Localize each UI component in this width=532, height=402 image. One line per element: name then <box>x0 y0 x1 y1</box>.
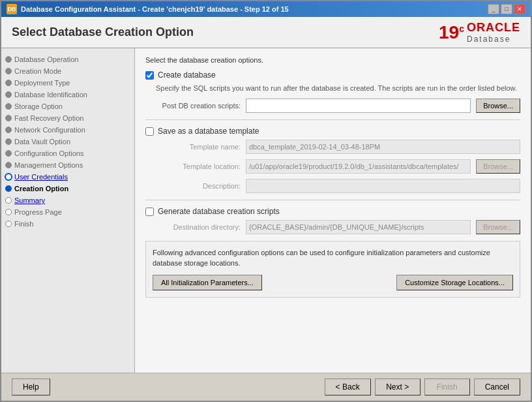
advanced-section: Following advanced configuration options… <box>145 241 520 298</box>
window-controls: _ □ ✕ <box>488 4 525 14</box>
sidebar-item-database-identification: Database Identification <box>1 89 134 100</box>
oracle-name: ORACLE <box>467 21 520 35</box>
page-title: Select Database Creation Option <box>12 25 194 39</box>
next-button[interactable]: Next > <box>375 379 421 395</box>
dest-dir-input <box>246 220 471 234</box>
script-description: Specify the SQL scripts you want to run … <box>156 84 520 93</box>
step-dot-5 <box>5 103 12 110</box>
sidebar-item-creation-mode: Creation Mode <box>1 65 134 77</box>
header-bar: Select Database Creation Option 19c ORAC… <box>1 17 531 48</box>
description-row: Description: <box>156 179 520 193</box>
init-params-button[interactable]: All Initialization Parameters... <box>153 275 262 290</box>
description-label: Description: <box>156 182 241 190</box>
sidebar-item-finish: Finish <box>1 218 134 230</box>
oracle-version: 19c <box>439 23 464 42</box>
sidebar-item-storage-option: Storage Option <box>1 100 134 112</box>
footer-right: < Back Next > Finish Cancel <box>325 379 520 395</box>
footer: Help < Back Next > Finish Cancel <box>1 373 531 401</box>
browse-dest-button: Browse... <box>476 220 520 234</box>
oracle-logo: 19c ORACLE Database <box>439 21 520 44</box>
title-bar-left: DB Database Configuration Assistant - Cr… <box>7 4 289 14</box>
step-dot-3 <box>5 80 12 86</box>
post-db-input[interactable] <box>246 99 471 113</box>
sidebar-item-deployment-type: Deployment Type <box>1 77 134 89</box>
divider-1 <box>145 119 520 120</box>
step-dot-12 <box>5 185 12 192</box>
step-dot-1 <box>5 56 12 63</box>
sidebar: Database Operation Creation Mode Deploym… <box>1 48 135 373</box>
sidebar-item-database-operation: Database Operation <box>1 54 134 65</box>
template-location-label: Template location: <box>156 162 241 170</box>
save-template-label: Save as a database template <box>158 127 259 136</box>
gen-scripts-label: Generate database creation scripts <box>158 207 280 216</box>
sidebar-item-creation-option[interactable]: Creation Option <box>1 183 134 194</box>
template-fields: Template name: Template location: Browse… <box>156 140 520 193</box>
save-template-checkbox[interactable] <box>145 127 154 136</box>
sidebar-item-progress-page: Progress Page <box>1 206 134 218</box>
gen-scripts-checkbox[interactable] <box>145 208 154 216</box>
browse-scripts-button[interactable]: Browse... <box>476 99 520 113</box>
main-content: Database Operation Creation Mode Deploym… <box>1 48 531 373</box>
save-template-section: Save as a database template Template nam… <box>145 127 520 193</box>
post-db-label: Post DB creation scripts: <box>156 102 241 110</box>
back-button[interactable]: < Back <box>325 379 371 395</box>
create-db-row: Create database <box>145 70 520 80</box>
step-dot-15 <box>5 221 12 227</box>
sidebar-item-management-options: Management Options <box>1 159 134 171</box>
template-location-input <box>246 159 471 174</box>
sidebar-item-data-vault: Data Vault Option <box>1 136 134 147</box>
dest-dir-row: Destination directory: Browse... <box>156 220 520 234</box>
sidebar-item-config-options: Configuration Options <box>1 147 134 159</box>
dest-dir-label: Destination directory: <box>156 223 241 231</box>
sidebar-item-summary[interactable]: Summary <box>1 194 134 206</box>
oracle-db-label: Database <box>467 35 510 44</box>
help-button[interactable]: Help <box>12 379 50 395</box>
title-bar: DB Database Configuration Assistant - Cr… <box>1 1 531 17</box>
step-dot-13 <box>5 197 12 204</box>
step-dot-6 <box>5 115 12 121</box>
sidebar-item-network-config: Network Configuration <box>1 124 134 136</box>
dest-dir-fields: Destination directory: Browse... <box>156 220 520 234</box>
customize-storage-button[interactable]: Customize Storage Locations... <box>396 275 513 290</box>
create-db-section: Create database Specify the SQL scripts … <box>145 70 520 113</box>
template-location-row: Template location: Browse... <box>156 159 520 174</box>
footer-left: Help <box>12 379 50 395</box>
maximize-button[interactable]: □ <box>501 4 512 14</box>
advanced-description: Following advanced configuration options… <box>153 248 513 268</box>
template-name-input <box>246 140 520 154</box>
finish-button: Finish <box>424 379 470 395</box>
step-dot-7 <box>5 127 12 133</box>
divider-2 <box>145 200 520 200</box>
gen-scripts-section: Generate database creation scripts Desti… <box>145 207 520 234</box>
description-input <box>246 179 520 193</box>
close-button[interactable]: ✕ <box>514 4 525 14</box>
main-window: DB Database Configuration Assistant - Cr… <box>0 0 532 402</box>
step-dot-4 <box>5 91 12 98</box>
content-description: Select the database creation options. <box>145 56 520 64</box>
script-section: Specify the SQL scripts you want to run … <box>156 84 520 113</box>
step-dot-2 <box>5 68 12 74</box>
step-dot-14 <box>5 209 12 215</box>
sidebar-item-fast-recovery: Fast Recovery Option <box>1 112 134 124</box>
save-template-row: Save as a database template <box>145 127 520 136</box>
oracle-text: ORACLE Database <box>467 21 520 44</box>
post-db-row: Post DB creation scripts: Browse... <box>156 99 520 113</box>
window-title: Database Configuration Assistant - Creat… <box>21 5 289 13</box>
step-dot-8 <box>5 138 12 145</box>
create-db-label: Create database <box>158 70 216 80</box>
step-dot-9 <box>5 150 12 157</box>
sidebar-item-user-credentials[interactable]: User Credentials <box>1 171 134 183</box>
cancel-button[interactable]: Cancel <box>474 379 520 395</box>
gen-scripts-row: Generate database creation scripts <box>145 207 520 216</box>
browse-template-button: Browse... <box>476 159 520 174</box>
step-dot-10 <box>5 162 12 168</box>
create-db-checkbox[interactable] <box>145 71 154 80</box>
minimize-button[interactable]: _ <box>488 4 499 14</box>
template-name-row: Template name: <box>156 140 520 154</box>
step-dot-11 <box>5 173 12 181</box>
template-name-label: Template name: <box>156 143 241 151</box>
content-area: Select the database creation options. Cr… <box>135 48 531 373</box>
advanced-buttons: All Initialization Parameters... Customi… <box>153 275 513 290</box>
app-icon: DB <box>7 4 17 14</box>
